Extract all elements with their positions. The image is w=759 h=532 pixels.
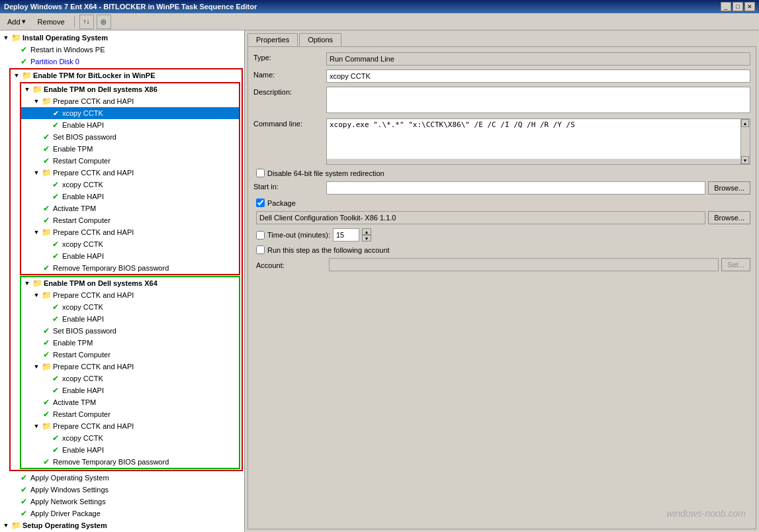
item-label: Enable HAPI [62, 193, 104, 200]
check-icon: ✔ [19, 484, 29, 495]
folder-icon: 📁 [21, 70, 32, 81]
tree-item-apply-driver[interactable]: ✔ Apply Driver Package [0, 508, 244, 519]
tree-item-install-os[interactable]: ▼ 📁 Install Operating System [0, 32, 244, 44]
tree-item-prepare-cctk-5[interactable]: ▼ 📁 Prepare CCTK and HAPI [21, 361, 239, 373]
package-input[interactable] [256, 211, 705, 224]
tree-item-restart-1[interactable]: ✔ Restart Computer [21, 155, 239, 167]
scroll-up-arrow[interactable]: ▲ [741, 119, 749, 127]
check-icon: ✔ [19, 508, 29, 519]
spacer [41, 109, 50, 118]
tree-item-enable-tpm-step2[interactable]: ✔ Enable TPM [21, 337, 239, 349]
tree-item-set-bios-2[interactable]: ✔ Set BIOS password [21, 325, 239, 337]
command-textarea[interactable]: xcopy.exe ".\*.*" "x:\CCTK\X86\" /E /C /… [327, 119, 740, 159]
disable-64bit-checkbox[interactable] [256, 169, 265, 177]
menu-bar: Add ▾ Remove ↑↓ ◎ [0, 13, 759, 30]
set-button[interactable]: Set... [721, 258, 750, 271]
tree-item-enable-tpm-step1[interactable]: ✔ Enable TPM [21, 143, 239, 155]
check-icon: ✔ [41, 215, 52, 226]
scroll-down-arrow[interactable]: ▼ [741, 156, 749, 164]
toolbar-separator [74, 16, 75, 28]
tree-item-enable-tpm-winpe[interactable]: ▼ 📁 Enable TPM for BitLocker in WinPE [11, 69, 242, 81]
tree-item-activate-tpm-1[interactable]: ✔ Activate TPM [21, 202, 239, 214]
item-label: Restart Computer [53, 410, 111, 418]
tree-item-restart-4[interactable]: ✔ Restart Computer [21, 408, 239, 420]
tree-item-remove-temp-bios-2[interactable]: ✔ Remove Temporary BIOS password [21, 456, 239, 468]
tree-item-enable-hapi-6[interactable]: ✔ Enable HAPI [21, 444, 239, 456]
spacer [9, 485, 19, 494]
close-button[interactable]: ✕ [744, 2, 755, 11]
tree-item-prepare-cctk-3[interactable]: ▼ 📁 Prepare CCTK and HAPI [21, 226, 239, 238]
type-field [326, 52, 750, 66]
task-sequence-tree: ▼ 📁 Install Operating System ✔ Restart i… [0, 30, 244, 532]
name-label: Name: [253, 69, 326, 79]
name-input[interactable] [326, 69, 750, 83]
timeout-input[interactable] [333, 228, 359, 242]
account-input[interactable] [329, 258, 719, 271]
expand-icon: ▼ [32, 228, 41, 237]
check-icon: ✔ [50, 385, 61, 396]
tree-item-remove-temp-bios-1[interactable]: ✔ Remove Temporary BIOS password [21, 262, 239, 274]
tree-item-prepare-cctk-2[interactable]: ▼ 📁 Prepare CCTK and HAPI [21, 167, 239, 179]
spacer [41, 120, 50, 130]
spacer [32, 144, 41, 154]
tree-item-enable-hapi-2[interactable]: ✔ Enable HAPI [21, 191, 239, 202]
tree-item-enable-hapi-4[interactable]: ✔ Enable HAPI [21, 313, 239, 325]
tree-item-apply-net[interactable]: ✔ Apply Network Settings [0, 496, 244, 508]
remove-button[interactable]: Remove [33, 16, 69, 28]
type-input[interactable] [326, 52, 750, 66]
spinner-up[interactable]: ▲ [362, 228, 371, 235]
tree-item-set-bios-1[interactable]: ✔ Set BIOS password [21, 131, 239, 143]
minimize-button[interactable]: _ [721, 2, 731, 11]
tree-item-prepare-cctk-4[interactable]: ▼ 📁 Prepare CCTK and HAPI [21, 289, 239, 301]
tree-item-enable-hapi-3[interactable]: ✔ Enable HAPI [21, 250, 239, 262]
add-menu-button[interactable]: Add ▾ [3, 15, 30, 28]
tree-item-partition[interactable]: ✔ Partition Disk 0 [0, 56, 244, 67]
tree-item-xcopy-cctk-2[interactable]: ✔ xcopy CCTK [21, 179, 239, 191]
command-scrollbar[interactable]: ▲ ▼ [740, 119, 750, 164]
tree-item-prepare-cctk-1[interactable]: ▼ 📁 Prepare CCTK and HAPI [21, 95, 239, 107]
name-field [326, 69, 750, 83]
tree-item-apply-os[interactable]: ✔ Apply Operating System [0, 472, 244, 484]
spacer [9, 473, 19, 482]
spacer [32, 410, 41, 419]
timeout-spinner[interactable]: ▲ ▼ [362, 228, 371, 242]
tree-item-restart-2[interactable]: ✔ Restart Computer [21, 214, 239, 226]
tree-item-xcopy-cctk-1[interactable]: ✔ xcopy CCTK [21, 107, 239, 119]
tree-item-activate-tpm-2[interactable]: ✔ Activate TPM [21, 396, 239, 408]
spinner-down[interactable]: ▼ [362, 235, 371, 242]
package-checkbox[interactable] [256, 199, 265, 207]
tree-item-restart-winpe[interactable]: ✔ Restart in Windows PE [0, 44, 244, 56]
tree-item-enable-hapi-5[interactable]: ✔ Enable HAPI [21, 384, 239, 396]
spacer [9, 45, 19, 54]
properties-panel: Type: Name: Description: [247, 46, 756, 529]
window-controls[interactable]: _ □ ✕ [721, 2, 755, 11]
tree-item-xcopy-cctk-6[interactable]: ✔ xcopy CCTK [21, 432, 239, 444]
tree-item-apply-win[interactable]: ✔ Apply Windows Settings [0, 484, 244, 496]
toolbar-icon-2[interactable]: ◎ [97, 15, 111, 29]
spacer [41, 180, 50, 189]
folder-icon: 📁 [41, 361, 52, 372]
timeout-checkbox[interactable] [256, 231, 265, 240]
browse-package-button[interactable]: Browse... [708, 211, 750, 224]
tree-item-setup-os[interactable]: ▼ 📁 Setup Operating System [0, 519, 244, 531]
tree-item-restart-3[interactable]: ✔ Restart Computer [21, 349, 239, 361]
start-in-input[interactable] [326, 181, 705, 195]
tree-item-xcopy-cctk-4[interactable]: ✔ xcopy CCTK [21, 301, 239, 313]
item-label: Enable TPM on Dell systems X64 [44, 279, 157, 287]
tab-properties[interactable]: Properties [247, 33, 298, 46]
description-textarea[interactable] [326, 87, 750, 113]
tree-item-enable-hapi-1[interactable]: ✔ Enable HAPI [21, 119, 239, 131]
tree-item-enable-tpm-x86[interactable]: ▼ 📁 Enable TPM on Dell systems X86 [21, 83, 239, 95]
toolbar-icon-1[interactable]: ↑↓ [79, 15, 94, 29]
tree-item-xcopy-cctk-3[interactable]: ✔ xcopy CCTK [21, 238, 239, 250]
tree-item-prepare-cctk-6[interactable]: ▼ 📁 Prepare CCTK and HAPI [21, 420, 239, 432]
browse-start-button[interactable]: Browse... [708, 181, 750, 195]
tree-item-xcopy-cctk-5[interactable]: ✔ xcopy CCTK [21, 373, 239, 384]
tab-options[interactable]: Options [299, 33, 341, 46]
spacer [41, 302, 50, 312]
tree-item-enable-tpm-x64[interactable]: ▼ 📁 Enable TPM on Dell systems X64 [21, 277, 239, 289]
run-as-checkbox[interactable] [256, 245, 265, 254]
folder-icon: 📁 [32, 84, 42, 95]
main-container: ▼ 📁 Install Operating System ✔ Restart i… [0, 30, 759, 532]
maximize-button[interactable]: □ [733, 2, 743, 11]
